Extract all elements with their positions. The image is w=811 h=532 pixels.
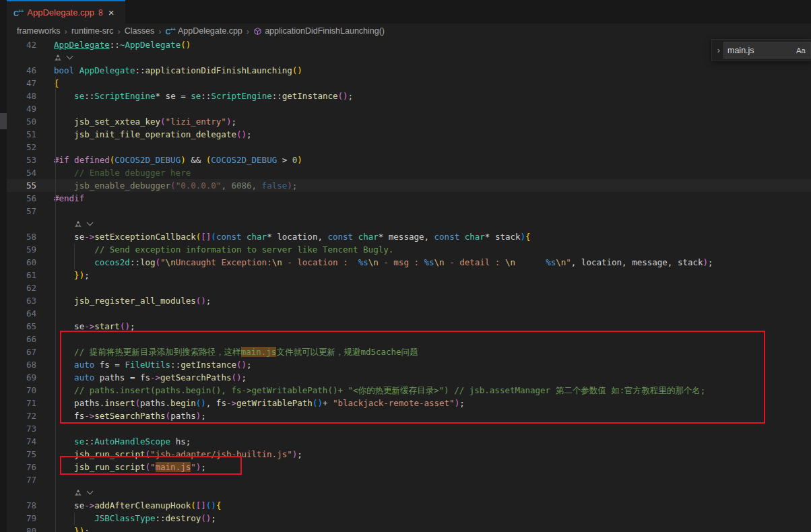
line-number[interactable]: 80 — [7, 525, 36, 532]
line-number[interactable]: 75 — [7, 448, 36, 461]
code-line[interactable]: 65 se->start(); — [7, 320, 811, 333]
line-number[interactable]: 64 — [7, 307, 36, 320]
line-number[interactable] — [7, 218, 36, 230]
line-number[interactable]: 58 — [7, 230, 36, 243]
overview-ruler-marker[interactable] — [0, 113, 7, 129]
code-line[interactable]: 54 // Enable debugger here — [7, 166, 811, 179]
code-line[interactable]: 58 se->setExceptionCallback([](const cha… — [7, 230, 811, 243]
code-line[interactable]: 49 — [7, 102, 811, 115]
line-number[interactable]: 56 — [7, 192, 36, 205]
code-line[interactable]: 70 // paths.insert(paths.begin(), fs->ge… — [7, 384, 811, 397]
code-line[interactable]: 69 auto paths = fs->getSearchPaths(); — [7, 371, 811, 384]
cpp-file-icon: C++ — [13, 7, 23, 19]
line-number[interactable]: 57 — [7, 205, 36, 218]
line-number[interactable]: 78 — [7, 499, 36, 512]
code-line[interactable]: 50 jsb_set_xxtea_key("lizi_entry"); — [7, 115, 811, 128]
code-line[interactable]: 56#endif — [7, 192, 811, 205]
line-number[interactable]: 46 — [7, 64, 36, 77]
line-number[interactable]: 59 — [7, 243, 36, 256]
code-line[interactable]: 72 fs->setSearchPaths(paths); — [7, 409, 811, 422]
code-line[interactable]: 73 — [7, 422, 811, 435]
line-number[interactable]: 49 — [7, 102, 36, 115]
code-line[interactable]: 76 jsb_run_script("main.js"); — [7, 461, 811, 473]
code-line[interactable]: 42AppDelegate::~AppDelegate() — [7, 38, 811, 51]
code-line[interactable]: 51 jsb_init_file_operation_delegate(); — [7, 128, 811, 141]
code-line[interactable]: 52 — [7, 141, 811, 154]
line-number[interactable]: 52 — [7, 141, 36, 154]
code-line[interactable]: 62 — [7, 281, 811, 294]
chevron-down-icon[interactable] — [87, 220, 94, 226]
line-number[interactable]: 68 — [7, 358, 36, 371]
line-number[interactable]: 74 — [7, 435, 36, 448]
line-number[interactable] — [7, 51, 36, 64]
line-number[interactable]: 65 — [7, 320, 36, 333]
code-line[interactable]: 78 se->addAfterCleanupHook([](){ — [7, 499, 811, 512]
code-line[interactable]: 46bool AppDelegate::applicationDidFinish… — [7, 64, 811, 77]
line-number[interactable]: 77 — [7, 473, 36, 486]
code-line[interactable]: 74 se::AutoHandleScope hs; — [7, 435, 811, 448]
line-number[interactable]: 42 — [7, 38, 36, 51]
code-line-content — [36, 307, 811, 320]
code-line[interactable]: 53#if defined(COCOS2D_DEBUG) && (COCOS2D… — [7, 154, 811, 166]
code-line[interactable]: 59 // Send exception information to serv… — [7, 243, 811, 256]
line-number[interactable]: 48 — [7, 90, 36, 102]
code-line[interactable]: 55 jsb_enable_debugger("0.0.0.0", 6086, … — [7, 179, 811, 192]
close-icon[interactable]: × — [108, 7, 115, 18]
line-number[interactable]: 53 — [7, 154, 36, 166]
cpp-file-icon: C++ — [166, 26, 175, 36]
code-line[interactable]: 67 // 提前将热更新目录添加到搜索路径，这样main.js文件就可以更新，规… — [7, 345, 811, 358]
codelens-row[interactable] — [7, 486, 811, 499]
line-number[interactable]: 63 — [7, 294, 36, 307]
breadcrumb-item-applicationdidfinishlaunching-[interactable]: applicationDidFinishLaunching() — [253, 26, 385, 36]
code-editor[interactable]: 42AppDelegate::~AppDelegate()46bool AppD… — [7, 38, 811, 532]
line-number[interactable]: 61 — [7, 269, 36, 281]
code-line[interactable]: 66 — [7, 333, 811, 345]
line-number[interactable]: 47 — [7, 77, 36, 90]
line-number[interactable]: 67 — [7, 345, 36, 358]
code-line[interactable]: 47{ — [7, 77, 811, 90]
breadcrumb-item-frameworks[interactable]: frameworks — [17, 26, 61, 36]
breadcrumb-item-appdelegate-cpp[interactable]: C++AppDelegate.cpp — [166, 26, 242, 36]
code-line[interactable]: 79 JSBClassType::destroy(); — [7, 512, 811, 525]
code-line[interactable]: 63 jsb_register_all_modules(); — [7, 294, 811, 307]
line-number[interactable]: 72 — [7, 409, 36, 422]
code-area: 42AppDelegate::~AppDelegate()46bool AppD… — [7, 38, 811, 532]
find-expand-chevron-icon[interactable]: › — [714, 45, 723, 55]
code-line[interactable]: 64 — [7, 307, 811, 320]
line-number[interactable]: 55 — [7, 179, 36, 192]
line-number[interactable]: 66 — [7, 333, 36, 345]
code-line[interactable]: 75 jsb_run_script("jsb-adapter/jsb-built… — [7, 448, 811, 461]
code-line[interactable]: 48 se::ScriptEngine* se = se::ScriptEngi… — [7, 90, 811, 102]
line-number[interactable]: 54 — [7, 166, 36, 179]
match-case-toggle[interactable]: Aa — [795, 46, 807, 55]
chevron-down-icon[interactable] — [87, 488, 94, 495]
codelens-row[interactable] — [7, 218, 811, 230]
line-number[interactable]: 70 — [7, 384, 36, 397]
code-line[interactable]: 61 }); — [7, 269, 811, 281]
code-line[interactable]: 57 — [7, 205, 811, 218]
line-number[interactable]: 69 — [7, 371, 36, 384]
breadcrumb-item-runtime-src[interactable]: runtime-src — [71, 26, 114, 36]
line-number[interactable]: 50 — [7, 115, 36, 128]
line-number[interactable]: 51 — [7, 128, 36, 141]
breadcrumb-item-classes[interactable]: Classes — [125, 26, 154, 36]
codelens-row[interactable] — [7, 51, 811, 64]
find-input[interactable] — [727, 46, 780, 55]
line-number[interactable]: 60 — [7, 256, 36, 269]
ai-codelens-icon[interactable] — [74, 486, 92, 499]
line-number[interactable]: 76 — [7, 461, 36, 473]
ai-codelens-icon[interactable] — [74, 218, 92, 230]
line-number[interactable] — [7, 486, 36, 499]
line-number[interactable]: 71 — [7, 397, 36, 409]
tab-appdelegate-cpp[interactable]: C++ AppDelegate.cpp 8 × — [7, 0, 125, 24]
code-line[interactable]: 60 cocos2d::log("\nUncaught Exception:\n… — [7, 256, 811, 269]
code-line[interactable]: 80 }); — [7, 525, 811, 532]
code-line[interactable]: 71 paths.insert(paths.begin(), fs->getWr… — [7, 397, 811, 409]
code-line[interactable]: 77 — [7, 473, 811, 486]
code-line[interactable]: 68 auto fs = FileUtils::getInstance(); — [7, 358, 811, 371]
line-number[interactable]: 79 — [7, 512, 36, 525]
line-number[interactable]: 73 — [7, 422, 36, 435]
line-number[interactable]: 62 — [7, 281, 36, 294]
ai-codelens-icon[interactable] — [54, 51, 72, 64]
chevron-down-icon[interactable] — [67, 53, 73, 60]
